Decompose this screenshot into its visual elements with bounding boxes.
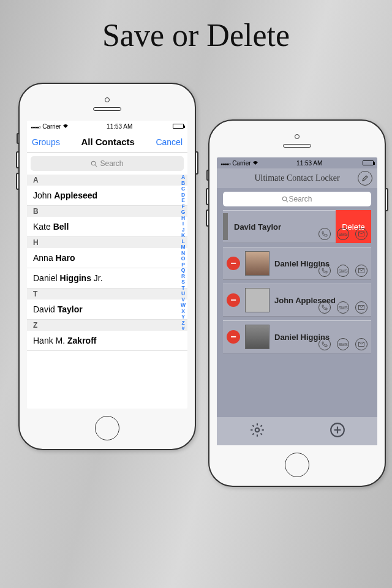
locker-contact-card[interactable]: −John AppleseedSMS [223, 284, 371, 317]
marketing-title: Save or Delete [0, 0, 392, 53]
contact-row[interactable]: John Appleseed [27, 186, 187, 206]
email-button[interactable] [355, 338, 368, 350]
section-index[interactable]: ABCDEFGHIJKLMNOPQRSTUVWXYZ# [179, 175, 187, 351]
email-button[interactable] [355, 265, 368, 277]
settings-button[interactable] [249, 422, 265, 440]
phone-frame-left: Carrier 11:53 AM Groups All Contacts Can… [18, 83, 196, 450]
remove-button[interactable]: − [227, 330, 240, 344]
app-title: Ultimate Contact Locker [254, 173, 339, 183]
add-button[interactable] [330, 422, 345, 440]
envelope-icon [358, 305, 364, 310]
section-header: H [27, 237, 187, 248]
navbar: Groups All Contacts Cancel [27, 132, 187, 153]
sms-button[interactable]: SMS [337, 265, 349, 277]
phone-icon [322, 268, 328, 274]
carrier-label: Carrier [221, 160, 258, 167]
home-button[interactable] [285, 453, 309, 477]
locker-contact-card[interactable]: −Daniel HigginsSMS [223, 320, 371, 353]
svg-point-8 [255, 428, 259, 432]
pencil-icon [361, 175, 369, 182]
remove-button[interactable]: − [227, 257, 240, 270]
battery-icon [173, 124, 184, 129]
avatar-edge [223, 213, 228, 240]
call-button[interactable] [318, 338, 331, 350]
email-button[interactable] [355, 228, 368, 240]
svg-point-0 [92, 161, 96, 165]
envelope-icon [358, 342, 364, 347]
battery-icon [363, 160, 374, 165]
section-header: A [27, 175, 187, 186]
carrier-label: Carrier [31, 123, 69, 130]
cancel-button[interactable]: Cancel [156, 137, 183, 147]
phone-icon [322, 341, 328, 347]
contact-row[interactable]: Hank M. Zakroff [27, 331, 187, 351]
call-button[interactable] [318, 228, 331, 240]
groups-button[interactable]: Groups [32, 137, 60, 147]
search-placeholder: Search [100, 159, 123, 168]
section-header: T [27, 288, 187, 300]
envelope-icon [358, 232, 364, 236]
search-icon [91, 160, 97, 167]
phone-icon [322, 304, 328, 311]
avatar [245, 251, 270, 276]
page-title: All Contacts [81, 137, 135, 147]
phone-frame-right: Carrier 11:53 AM Ultimate Contact Locker… [208, 119, 386, 487]
locker-list[interactable]: David TaylorSMSDelete−Daniel HigginsSMS−… [217, 210, 377, 353]
status-time: 11:53 AM [69, 123, 170, 130]
remove-button[interactable]: − [227, 293, 240, 307]
sms-button[interactable]: SMS [337, 301, 349, 314]
search-placeholder: Search [288, 195, 312, 203]
status-bar: Carrier 11:53 AM [27, 121, 187, 132]
locker-contact-card[interactable]: −Daniel HigginsSMS [223, 247, 371, 280]
screen-contacts: Carrier 11:53 AM Groups All Contacts Can… [27, 121, 187, 409]
sms-button[interactable]: SMS [337, 338, 349, 350]
svg-point-2 [283, 197, 287, 200]
envelope-icon [358, 268, 364, 273]
svg-line-1 [96, 165, 97, 167]
avatar [245, 288, 270, 312]
gear-icon [249, 422, 265, 438]
email-button[interactable] [355, 301, 368, 314]
phone-icon [322, 231, 328, 237]
section-header: Z [27, 320, 187, 331]
sms-button[interactable]: SMS [337, 228, 349, 240]
locker-contact-card[interactable]: David TaylorSMSDelete [223, 210, 371, 243]
home-button[interactable] [95, 416, 119, 440]
call-button[interactable] [318, 265, 331, 277]
avatar [245, 325, 270, 349]
section-header: B [27, 206, 187, 217]
contact-row[interactable]: Anna Haro [27, 248, 187, 268]
status-bar: Carrier 11:53 AM [217, 157, 377, 168]
tab-bar [217, 417, 377, 445]
plus-circle-icon [330, 422, 345, 438]
edit-button[interactable] [358, 171, 372, 186]
call-button[interactable] [318, 301, 331, 314]
search-input[interactable]: Search [31, 156, 184, 171]
contact-row[interactable]: Daniel Higgins Jr. [27, 268, 187, 288]
screen-locker: Carrier 11:53 AM Ultimate Contact Locker… [217, 157, 377, 445]
search-icon [282, 196, 288, 203]
status-time: 11:53 AM [258, 160, 360, 167]
contact-row[interactable]: David Taylor [27, 300, 187, 320]
contact-row[interactable]: Kate Bell [27, 217, 187, 237]
app-header: Ultimate Contact Locker [217, 168, 377, 188]
contacts-list[interactable]: AJohn AppleseedBKate BellHAnna HaroDanie… [27, 175, 187, 351]
search-input[interactable]: Search [223, 192, 371, 206]
svg-line-3 [287, 200, 288, 202]
